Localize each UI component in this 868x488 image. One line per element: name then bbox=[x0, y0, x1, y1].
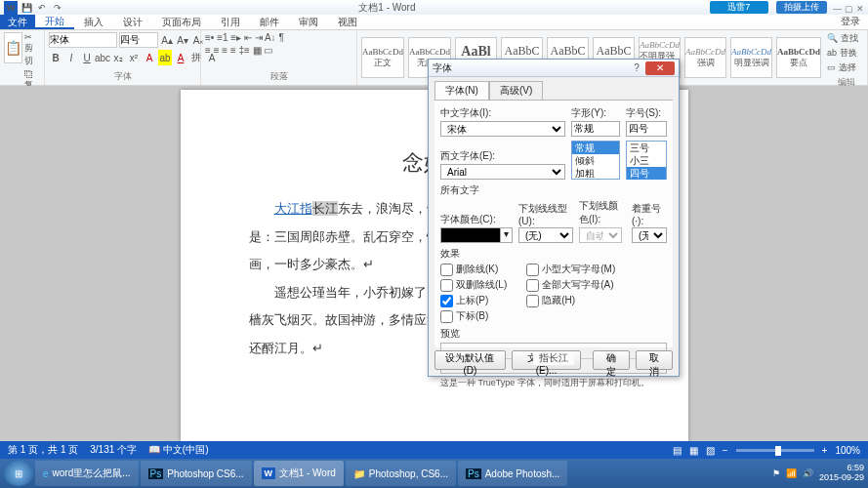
sort-icon[interactable]: A↓ bbox=[265, 32, 276, 43]
align-right-icon[interactable]: ≡ bbox=[222, 45, 227, 56]
status-words[interactable]: 3/131 个字 bbox=[90, 443, 137, 457]
numbering-icon[interactable]: ≡1 bbox=[217, 32, 227, 43]
superscript-button[interactable]: x² bbox=[127, 50, 141, 65]
font-size-input[interactable] bbox=[626, 121, 667, 137]
cut-button[interactable]: ✂ 剪切 bbox=[24, 32, 40, 67]
paste-button[interactable]: 📋 bbox=[4, 32, 22, 63]
zoom-out-icon[interactable]: − bbox=[723, 445, 728, 456]
chk-subscript[interactable]: 下标(B) bbox=[440, 309, 507, 323]
font-style-listbox[interactable]: 常规 倾斜 加粗 bbox=[571, 141, 620, 180]
font-color-icon[interactable]: A bbox=[174, 50, 187, 65]
status-page[interactable]: 第 1 页，共 1 页 bbox=[8, 443, 78, 457]
chk-superscript[interactable]: 上标(P) bbox=[440, 294, 507, 307]
chk-smallcaps[interactable]: 小型大写字母(M) bbox=[526, 263, 615, 276]
tab-insert[interactable]: 插入 bbox=[74, 15, 113, 29]
decrease-indent-icon[interactable]: ⇤ bbox=[244, 32, 252, 43]
chk-allcaps[interactable]: 全部大写字母(A) bbox=[526, 278, 615, 292]
emphasis-select[interactable]: (无) bbox=[632, 227, 667, 243]
find-button[interactable]: 🔍 查找 bbox=[827, 32, 865, 45]
increase-indent-icon[interactable]: ⇥ bbox=[255, 32, 263, 43]
align-center-icon[interactable]: ≡ bbox=[214, 45, 220, 56]
upload-button[interactable]: 拍摄上传 bbox=[776, 1, 827, 14]
chk-hidden[interactable]: 隐藏(H) bbox=[526, 294, 615, 307]
tab-design[interactable]: 设计 bbox=[113, 15, 152, 29]
shrink-font-icon[interactable]: A▾ bbox=[176, 32, 189, 48]
dialog-close-icon[interactable]: ✕ bbox=[645, 61, 675, 75]
show-marks-icon[interactable]: ¶ bbox=[278, 32, 283, 43]
font-name-combo[interactable] bbox=[49, 32, 117, 48]
strike-button[interactable]: abc bbox=[96, 50, 109, 65]
shading-icon[interactable]: ▦ bbox=[253, 45, 262, 56]
tab-mailings[interactable]: 邮件 bbox=[250, 15, 289, 29]
subscript-button[interactable]: x₂ bbox=[111, 50, 125, 65]
font-style-input[interactable] bbox=[571, 121, 620, 137]
underline-color-select[interactable]: 自动 bbox=[579, 227, 622, 243]
view-web-icon[interactable]: ▨ bbox=[706, 445, 715, 456]
tab-review[interactable]: 审阅 bbox=[289, 15, 328, 29]
save-icon[interactable]: 💾 bbox=[20, 1, 33, 15]
style-strong[interactable]: AaBbCcDd要点 bbox=[776, 37, 821, 78]
font-color-swatch[interactable] bbox=[440, 227, 501, 243]
dialog-help-icon[interactable]: ? bbox=[628, 62, 645, 73]
bullets-icon[interactable]: ≡• bbox=[205, 32, 214, 43]
system-tray[interactable]: ⚑ 📶 🔊 6:592015-09-29 bbox=[772, 464, 864, 483]
italic-button[interactable]: I bbox=[64, 50, 78, 65]
maximize-icon[interactable]: ▢ bbox=[845, 4, 853, 14]
dialog-tab-advanced[interactable]: 高级(V) bbox=[489, 81, 543, 100]
tab-references[interactable]: 引用 bbox=[211, 15, 250, 29]
view-print-icon[interactable]: ▦ bbox=[689, 445, 698, 456]
tray-network-icon[interactable]: 📶 bbox=[786, 468, 797, 478]
dialog-tab-font[interactable]: 字体(N) bbox=[434, 81, 489, 100]
set-default-button[interactable]: 设为默认值(D) bbox=[434, 350, 506, 370]
cn-font-select[interactable]: 宋体 bbox=[440, 121, 565, 137]
tab-file[interactable]: 文件 bbox=[0, 15, 35, 29]
tab-layout[interactable]: 页面布局 bbox=[152, 15, 211, 29]
chk-strike[interactable]: 删除线(K) bbox=[440, 263, 507, 276]
task-folder[interactable]: 📁Photoshop, CS6... bbox=[346, 461, 456, 486]
login-link[interactable]: 登录 bbox=[833, 15, 868, 29]
underline-button[interactable]: U bbox=[80, 50, 94, 65]
underline-select[interactable]: (无) bbox=[518, 227, 573, 243]
font-size-listbox[interactable]: 三号 小三 四号 bbox=[626, 141, 667, 180]
cancel-button[interactable]: 取消 bbox=[636, 350, 673, 370]
style-normal[interactable]: AaBbCcDd正文 bbox=[361, 37, 404, 78]
text-effects-icon[interactable]: A bbox=[143, 50, 156, 65]
task-ps1[interactable]: PsPhotoshop CS6... bbox=[141, 461, 252, 486]
redo-icon[interactable]: ↷ bbox=[51, 1, 64, 15]
select-button[interactable]: ▭ 选择 bbox=[827, 61, 865, 74]
multilevel-icon[interactable]: ≡▸ bbox=[230, 32, 241, 43]
bold-button[interactable]: B bbox=[49, 50, 62, 65]
font-size-combo[interactable] bbox=[119, 32, 158, 48]
start-button[interactable]: ⊞ bbox=[4, 461, 33, 486]
task-ie[interactable]: eword里怎么把鼠... bbox=[35, 461, 139, 486]
zoom-in-icon[interactable]: + bbox=[822, 445, 828, 456]
highlight-icon[interactable]: ab bbox=[158, 50, 172, 65]
zoom-level[interactable]: 100% bbox=[835, 445, 860, 456]
west-font-select[interactable]: Arial bbox=[440, 164, 565, 180]
align-justify-icon[interactable]: ≡ bbox=[230, 45, 236, 56]
grow-font-icon[interactable]: A▴ bbox=[160, 32, 174, 48]
tray-volume-icon[interactable]: 🔊 bbox=[803, 468, 813, 478]
align-left-icon[interactable]: ≡ bbox=[205, 45, 211, 56]
undo-icon[interactable]: ↶ bbox=[35, 1, 49, 15]
status-lang[interactable]: 📖 中文(中国) bbox=[148, 443, 208, 457]
chk-double-strike[interactable]: 双删除线(L) bbox=[440, 278, 507, 292]
xunlei-badge[interactable]: 迅雷7 bbox=[710, 1, 768, 14]
style-intense-emphasis[interactable]: AaBbCcDd明显强调 bbox=[730, 37, 772, 78]
minimize-icon[interactable]: — bbox=[833, 4, 842, 14]
replace-button[interactable]: ab 替换 bbox=[827, 47, 865, 60]
task-ps2[interactable]: PsAdobe Photosh... bbox=[458, 461, 567, 486]
close-icon[interactable]: ✕ bbox=[856, 4, 864, 14]
ok-button[interactable]: 确定 bbox=[593, 350, 630, 370]
dialog-titlebar[interactable]: 字体 ? ✕ bbox=[429, 60, 679, 77]
borders-icon[interactable]: ▭ bbox=[264, 45, 272, 56]
tab-view[interactable]: 视图 bbox=[328, 15, 367, 29]
tray-flag-icon[interactable]: ⚑ bbox=[772, 468, 780, 478]
view-read-icon[interactable]: ▤ bbox=[673, 445, 682, 456]
style-emphasis[interactable]: AaBbCcDd强调 bbox=[684, 37, 726, 78]
zoom-slider[interactable] bbox=[736, 449, 814, 452]
tab-home[interactable]: 开始 bbox=[35, 15, 74, 29]
line-spacing-icon[interactable]: ‡≡ bbox=[239, 45, 250, 56]
task-word[interactable]: W文档1 - Word bbox=[254, 461, 344, 486]
tray-clock[interactable]: 6:592015-09-29 bbox=[819, 464, 864, 483]
